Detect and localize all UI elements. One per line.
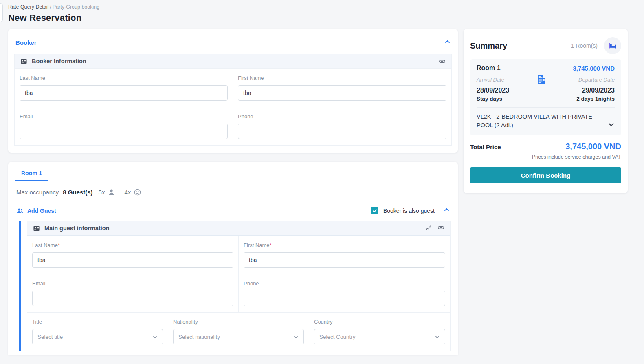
breadcrumb-rate-query-detail[interactable]: Rate Query Detail [8, 4, 48, 10]
rooms-icon-badge [604, 37, 621, 54]
check-icon [372, 208, 377, 213]
stay-days-label: Stay days [477, 96, 502, 102]
guest-title-select[interactable]: Select title [32, 329, 163, 344]
children-multiplier: 4x [124, 189, 131, 196]
arrival-date-value: 28/09/2023 [477, 87, 509, 94]
guest-toolbar: Add Guest Booker is also guest [15, 199, 451, 221]
building-icon [535, 73, 548, 86]
booker-email-cell: Email [15, 107, 233, 145]
adults-multiplier: 5x [99, 189, 105, 196]
booker-section-title: Booker [15, 39, 37, 46]
guest-collapse-button[interactable] [444, 207, 450, 214]
guest-email-input[interactable] [32, 291, 233, 306]
required-asterisk: * [270, 242, 272, 248]
booker-phone-cell: Phone [233, 107, 451, 145]
guest-nationality-select[interactable]: Select nationality [173, 329, 304, 344]
max-occupancy-value: 8 Guest(s) [63, 189, 92, 196]
guest-first-name-cell: First Name* [239, 236, 450, 274]
chevron-down-icon [293, 334, 299, 340]
guest-nationality-label: Nationality [173, 319, 304, 325]
booker-email-label: Email [20, 113, 228, 119]
guest-phone-label: Phone [244, 280, 445, 287]
booker-information-card: Booker Information Last Name First Name [14, 54, 452, 146]
booker-last-name-label: Last Name [20, 75, 228, 81]
booker-phone-label: Phone [238, 113, 446, 119]
guest-country-cell: Country Select Country [309, 312, 450, 351]
vat-note: Prices include service charges and VAT [470, 154, 621, 160]
required-asterisk: * [58, 242, 60, 248]
add-guest-button[interactable]: Add Guest [16, 207, 56, 214]
chevron-down-icon [152, 334, 158, 340]
guest-country-label: Country [314, 319, 445, 325]
summary-room-name: Room 1 [477, 64, 501, 72]
child-icon [134, 188, 141, 196]
booker-link-button[interactable] [439, 58, 446, 65]
arrival-date-label: Arrival Date [477, 77, 504, 83]
add-guest-label: Add Guest [27, 207, 56, 214]
page-title: New Reservation [8, 13, 628, 23]
link-icon [439, 58, 446, 65]
id-card-icon [20, 58, 27, 65]
booker-last-name-cell: Last Name [15, 68, 233, 107]
merge-icon [425, 225, 432, 231]
booker-first-name-input[interactable] [238, 85, 446, 101]
booker-collapse-button[interactable] [444, 39, 451, 46]
booker-is-guest-label: Booker is also guest [383, 207, 435, 214]
guest-last-name-input[interactable] [32, 252, 233, 268]
guest-last-name-cell: Last Name* [27, 236, 239, 274]
guest-first-name-label: First Name* [244, 242, 445, 248]
guest-last-name-label: Last Name* [32, 242, 233, 248]
guest-country-select[interactable]: Select Country [314, 329, 445, 344]
guest-email-cell: Email [27, 274, 239, 312]
room-type-row: VL2K - 2-BEDROOM VILLA WITH PRIVATE POOL… [477, 107, 615, 135]
room-type-name: VL2K - 2-BEDROOM VILLA WITH PRIVATE POOL… [477, 113, 604, 130]
chevron-down-icon [608, 121, 615, 128]
breadcrumb-party-group-booking: Party-Group booking [53, 4, 99, 10]
booker-first-name-label: First Name [238, 75, 446, 81]
main-guest-card-title: Main guest information [44, 225, 110, 232]
guest-title-label: Title [32, 319, 163, 325]
rooms-count: 1 Room(s) [571, 42, 598, 49]
id-card-icon [33, 225, 40, 232]
room-type-expand-button[interactable] [608, 121, 615, 130]
guest-nationality-cell: Nationality Select nationality [168, 312, 309, 351]
guest-title-cell: Title Select title [27, 312, 168, 351]
link-icon [437, 224, 444, 231]
new-reservation-page: Rate Query Detail/Party-Group booking Ne… [0, 0, 644, 355]
confirm-booking-button[interactable]: Confirm Booking [470, 167, 621, 183]
total-price-value: 3,745,000 VND [565, 142, 621, 151]
chevron-down-icon [435, 334, 440, 340]
room-summary-card: Room 1 3,745,000 VND Arrival Date Depart… [470, 59, 621, 135]
booker-is-guest-checkbox[interactable] [371, 207, 378, 214]
adult-icon [108, 188, 115, 196]
breadcrumb-separator: / [50, 4, 51, 10]
guest-first-name-input[interactable] [244, 252, 445, 268]
room-section: Room 1 Max occupancy 8 Guest(s) 5x 4x [8, 162, 458, 355]
departure-date-label: Departure Date [578, 77, 615, 83]
summary-title: Summary [470, 41, 571, 51]
add-guest-people-icon [16, 207, 24, 214]
chevron-up-icon [444, 207, 450, 213]
main-guest-card: Main guest information [19, 221, 451, 351]
guest-email-label: Email [32, 280, 233, 287]
guest-phone-input[interactable] [244, 291, 445, 306]
room-tabs: Room 1 [15, 168, 451, 181]
stay-days-value: 2 days 1nights [576, 96, 615, 102]
guest-merge-button[interactable] [425, 225, 432, 232]
chevron-up-icon [444, 39, 451, 45]
max-occupancy-label: Max occupancy [16, 189, 59, 196]
booker-email-input[interactable] [20, 124, 228, 139]
guest-link-button[interactable] [437, 224, 444, 232]
booker-card-title: Booker Information [32, 58, 86, 64]
booker-last-name-input[interactable] [20, 85, 228, 101]
max-occupancy-row: Max occupancy 8 Guest(s) 5x 4x [15, 181, 451, 199]
total-price-label: Total Price [470, 143, 501, 150]
breadcrumb: Rate Query Detail/Party-Group booking [8, 4, 628, 10]
tab-room-1[interactable]: Room 1 [15, 168, 48, 181]
guest-phone-cell: Phone [239, 274, 450, 312]
summary-room-price: 3,745,000 VND [573, 65, 615, 72]
collapsed-side-handle[interactable] [0, 3, 3, 22]
booker-phone-input[interactable] [238, 124, 446, 139]
departure-date-value: 29/09/2023 [582, 87, 615, 94]
booker-section: Booker Booker Information [8, 29, 458, 153]
